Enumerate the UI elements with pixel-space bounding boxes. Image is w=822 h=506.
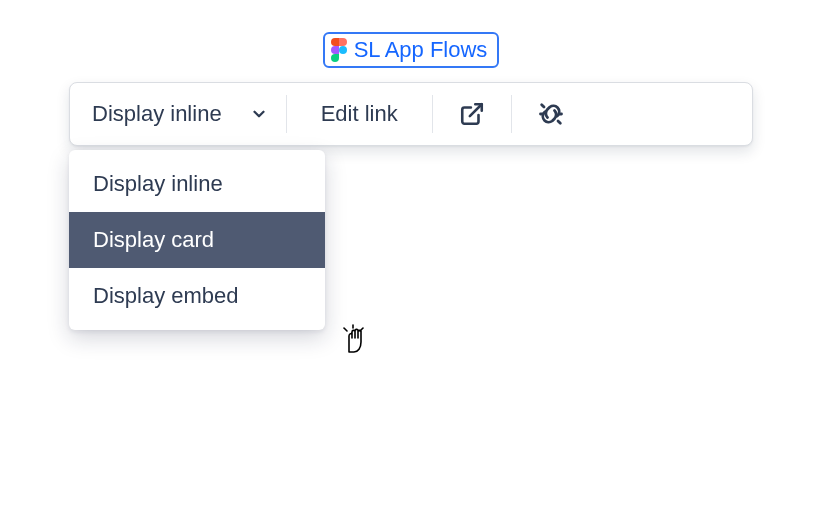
menu-item-label: Display card bbox=[93, 227, 214, 252]
link-toolbar: Display inline Edit link bbox=[69, 82, 753, 146]
svg-rect-5 bbox=[335, 46, 339, 54]
unlink-button[interactable] bbox=[512, 83, 590, 145]
svg-line-10 bbox=[541, 105, 543, 107]
edit-link-label: Edit link bbox=[321, 101, 398, 127]
svg-point-6 bbox=[339, 46, 347, 54]
display-mode-label: Display inline bbox=[92, 101, 222, 127]
figma-icon bbox=[331, 38, 347, 62]
svg-rect-8 bbox=[335, 54, 339, 58]
menu-item-display-card[interactable]: Display card bbox=[69, 212, 325, 268]
svg-line-11 bbox=[558, 121, 560, 123]
chevron-down-icon bbox=[250, 105, 268, 123]
menu-item-label: Display embed bbox=[93, 283, 239, 308]
svg-line-14 bbox=[344, 328, 347, 331]
figma-link-chip[interactable]: SL App Flows bbox=[323, 32, 500, 68]
menu-item-label: Display inline bbox=[93, 171, 223, 196]
svg-rect-3 bbox=[339, 38, 343, 46]
pointer-cursor-icon bbox=[341, 322, 369, 354]
svg-line-15 bbox=[360, 328, 363, 331]
svg-line-9 bbox=[470, 104, 482, 116]
display-mode-menu: Display inline Display card Display embe… bbox=[69, 150, 325, 330]
svg-rect-1 bbox=[335, 38, 339, 46]
unlink-icon bbox=[537, 100, 565, 128]
external-link-icon bbox=[459, 101, 485, 127]
edit-link-button[interactable]: Edit link bbox=[287, 83, 432, 145]
menu-item-display-inline[interactable]: Display inline bbox=[69, 156, 325, 212]
menu-item-display-embed[interactable]: Display embed bbox=[69, 268, 325, 324]
figma-link-label: SL App Flows bbox=[354, 37, 488, 63]
display-mode-dropdown[interactable]: Display inline bbox=[70, 83, 286, 145]
open-external-button[interactable] bbox=[433, 83, 511, 145]
